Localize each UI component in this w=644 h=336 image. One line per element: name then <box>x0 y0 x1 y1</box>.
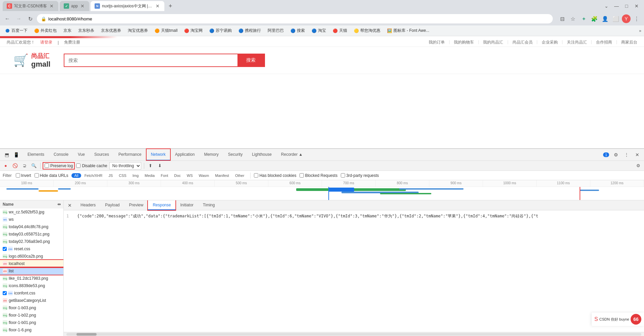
merchant[interactable]: 商家后台 <box>621 40 637 45</box>
site-register[interactable]: 免费注册 <box>64 40 80 45</box>
panel-tab-response[interactable]: Response <box>148 200 175 210</box>
file-check-10[interactable] <box>3 291 7 295</box>
url-input[interactable] <box>48 16 549 21</box>
tab-lighthouse[interactable]: Lighthouse <box>247 149 276 160</box>
enterprise[interactable]: 企业采购 <box>542 40 558 45</box>
tab-3[interactable]: N nuxtjs-axios|axios中文网 | axio... ✕ <box>91 1 164 11</box>
file-item-3[interactable]: img today03.c658751c.png <box>0 230 63 238</box>
filter-js[interactable]: JS <box>106 173 115 178</box>
tab-2[interactable]: ✓ app ✕ <box>60 1 89 11</box>
file-item-14[interactable]: img floor-1-b01.png <box>0 319 63 326</box>
filter-img[interactable]: Img <box>130 173 141 178</box>
preserve-log-checkbox[interactable] <box>45 163 49 168</box>
filter-css[interactable]: CSS <box>116 173 129 178</box>
bookmark-waimai[interactable]: 🟠 外卖红包 <box>32 27 59 34</box>
tab-performance[interactable]: Performance <box>114 149 146 160</box>
scroll-thumb[interactable] <box>76 333 97 336</box>
resize-handle[interactable]: ⇔ <box>57 202 61 207</box>
disable-cache-checkbox[interactable] <box>76 163 80 168</box>
filter-fetch-xhr[interactable]: Fetch/XHR <box>82 173 105 178</box>
panel-tab-initiator[interactable]: Initiator <box>175 200 198 210</box>
search-button-nt[interactable]: 🔍 <box>30 162 38 170</box>
tab-vue[interactable]: Vue <box>73 149 90 160</box>
bookmark-fontawesome[interactable]: 🖼️ 图标库 - Font Awe... <box>385 27 431 34</box>
bookmark-jd-sale[interactable]: 京东秒杀 <box>76 27 96 34</box>
follow[interactable]: 关注尚品汇 <box>567 40 587 45</box>
file-item-1[interactable]: ws ws <box>0 216 63 223</box>
back-button[interactable]: ← <box>3 14 12 23</box>
panel-tab-payload[interactable]: Payload <box>100 200 124 210</box>
horizontal-scrollbar[interactable] <box>64 332 644 336</box>
bookmark-taobao-coupon[interactable]: 淘宝优惠券 <box>126 27 150 34</box>
tab-3-close[interactable]: ✕ <box>155 3 160 9</box>
more-options-icon[interactable]: ⋮ <box>623 151 631 159</box>
tab-console[interactable]: Console <box>49 149 73 160</box>
maximize-button[interactable]: □ <box>622 1 631 11</box>
tab-application[interactable]: Application <box>170 149 200 160</box>
bookmark-baidu[interactable]: 🔵 百度一下 <box>3 27 30 34</box>
hide-data-urls-checkbox[interactable] <box>35 173 39 178</box>
panel-close-btn[interactable]: ✕ <box>65 201 74 210</box>
tab-1[interactable]: C 写文章-CSDN博客 ✕ <box>3 1 58 11</box>
panel-tab-headers[interactable]: Headers <box>76 200 100 210</box>
file-item-2[interactable]: img today04.d4c8fc78.png <box>0 223 63 230</box>
bookmark-suning[interactable]: 🔵 苏宁易购 <box>207 27 234 34</box>
bookmark-tmall[interactable]: 🟠 天猫tmall <box>153 27 179 34</box>
file-item-11[interactable]: xhr getBaseCategoryList <box>0 297 63 304</box>
record-button[interactable]: ● <box>2 162 9 170</box>
extension-puzzle-icon[interactable]: 🧩 <box>590 14 599 23</box>
filter-button[interactable]: ⊋ <box>21 162 28 170</box>
clear-button[interactable]: 🚫 <box>11 162 19 170</box>
file-item-8[interactable]: img like_01.2dc17983.png <box>0 275 63 282</box>
has-blocked-cookies-checkbox[interactable] <box>254 173 258 178</box>
bookmark-ctrip[interactable]: 🔵 携程旅行 <box>236 27 263 34</box>
has-blocked-cookies-label[interactable]: Has blocked cookies <box>254 173 296 178</box>
file-item-localhost[interactable]: xhr localhost <box>0 260 63 267</box>
upload-icon[interactable]: ⬆ <box>147 162 154 170</box>
tab-network[interactable]: Network <box>146 149 170 160</box>
blocked-requests-checkbox[interactable] <box>300 173 304 178</box>
partner[interactable]: 合作招商 <box>596 40 612 45</box>
file-item-15[interactable]: img floor-1-6.png <box>0 326 63 334</box>
bookmark-help[interactable]: 🟡 帮您淘优惠 <box>352 27 382 34</box>
my-account[interactable]: 我的尚品汇 <box>483 40 503 45</box>
third-party-checkbox[interactable] <box>341 173 345 178</box>
menu-icon[interactable]: ⋮ <box>632 14 641 23</box>
bookmark-jd[interactable]: 京东 <box>61 27 73 34</box>
filter-all[interactable]: All <box>71 173 81 178</box>
filter-manifest[interactable]: Manifest <box>212 173 232 178</box>
tab-2-close[interactable]: ✕ <box>80 3 85 9</box>
devtools-dock-icon[interactable]: ⬒ <box>3 151 11 159</box>
search-button[interactable]: 搜索 <box>237 54 264 66</box>
settings-nt-icon[interactable]: ⚙ <box>635 162 642 170</box>
file-item-list[interactable]: xhr list <box>0 267 63 275</box>
tab-list-icon[interactable]: ⌄ <box>602 1 611 11</box>
file-item-13[interactable]: img floor-1-b02.png <box>0 312 63 319</box>
bookmark-taobao[interactable]: 🔴 淘宝网 <box>182 27 205 34</box>
file-check-5[interactable] <box>3 247 7 251</box>
file-item-9[interactable]: img icons.8839de53.png <box>0 282 63 289</box>
vip[interactable]: 尚品汇会员 <box>513 40 533 45</box>
devtools-close-icon[interactable]: ✕ <box>633 151 641 159</box>
file-item-4[interactable]: img today02.706a83e0.png <box>0 238 63 245</box>
third-party-label[interactable]: 3rd-party requests <box>341 173 379 178</box>
settings-icon[interactable]: ⚙ <box>612 151 620 159</box>
blocked-requests-label[interactable]: Blocked Requests <box>300 173 337 178</box>
file-item-5[interactable]: css reset.css <box>0 245 63 253</box>
tab-recorder[interactable]: Recorder ▲ <box>276 149 308 160</box>
file-item-0[interactable]: img wx_cz.5d92bf53.jpg <box>0 208 63 216</box>
bookmark-tianmao2[interactable]: 🔴 天猫 <box>331 27 349 34</box>
invert-label[interactable]: Invert <box>16 173 31 178</box>
filter-wasm[interactable]: Wasm <box>196 173 212 178</box>
minimize-button[interactable]: — <box>612 1 621 11</box>
throttle-select[interactable]: No throttling <box>109 162 141 170</box>
file-item-6[interactable]: img logo.d600ca2b.png <box>0 253 63 260</box>
download-icon[interactable]: ⬇ <box>156 162 164 170</box>
more-bookmarks[interactable]: » <box>639 28 641 33</box>
filter-ws[interactable]: WS <box>184 173 196 178</box>
tab-memory[interactable]: Memory <box>199 149 223 160</box>
file-item-12[interactable]: img floor-1-b03.png <box>0 304 63 312</box>
filter-other[interactable]: Other <box>232 173 247 178</box>
extension-square-icon[interactable]: ⬜ <box>611 14 621 23</box>
search-input[interactable] <box>64 54 237 66</box>
